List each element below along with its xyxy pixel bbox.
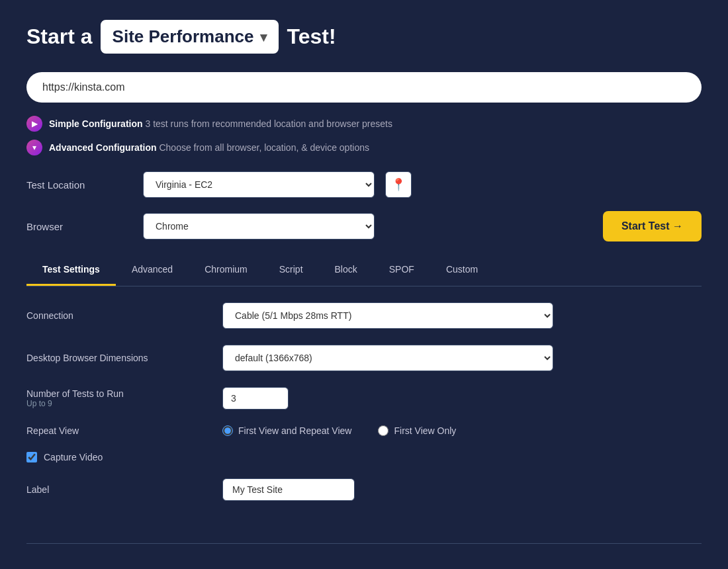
desktop-dimensions-select[interactable]: default (1366x768) 1024x768 1280x1024 19…: [222, 345, 553, 371]
advanced-config-icon: ▾: [26, 140, 42, 155]
repeat-view-radio-group: First View and Repeat View First View On…: [222, 425, 456, 436]
repeat-view-radio-first-only[interactable]: [378, 425, 388, 436]
browser-label: Browser: [26, 221, 132, 232]
simple-config-icon: ▶: [26, 116, 42, 132]
header-prefix: Start a: [26, 24, 93, 49]
advanced-config-option[interactable]: ▾ Advanced Configuration Choose from all…: [26, 140, 702, 155]
number-of-tests-sublabel: Up to 9: [26, 399, 212, 408]
tabs: Test Settings Advanced Chromium Script B…: [26, 255, 702, 286]
capture-video-label[interactable]: Capture Video: [44, 452, 103, 462]
repeat-view-radio-first-and-repeat[interactable]: [222, 425, 233, 436]
repeat-view-first-and-repeat[interactable]: First View and Repeat View: [222, 425, 351, 436]
tab-script[interactable]: Script: [263, 255, 319, 286]
repeat-view-row: Repeat View First View and Repeat View F…: [26, 425, 702, 436]
test-location-label: Test Location: [26, 179, 132, 191]
header-suffix: Test!: [287, 24, 336, 49]
repeat-view-label: Repeat View: [26, 425, 212, 436]
label-input[interactable]: [222, 478, 355, 501]
browser-select[interactable]: Chrome Firefox Safari Edge: [143, 213, 375, 240]
config-options: ▶ Simple Configuration 3 test runs from …: [26, 116, 702, 155]
location-icon-button[interactable]: 📍: [385, 171, 412, 198]
test-location-row: Test Location Virginia - EC2 California …: [26, 171, 702, 198]
url-input[interactable]: [26, 72, 702, 103]
connection-row: Connection Cable (5/1 Mbps 28ms RTT) FIO…: [26, 302, 702, 329]
url-input-wrapper: [26, 72, 702, 103]
number-of-tests-label: Number of Tests to Run Up to 9: [26, 388, 212, 408]
browser-row-inner: Browser Chrome Firefox Safari Edge Start…: [26, 211, 702, 241]
tab-custom[interactable]: Custom: [430, 255, 494, 286]
repeat-view-option-label-2: First View Only: [394, 425, 456, 436]
desktop-dimensions-label: Desktop Browser Dimensions: [26, 353, 212, 363]
chevron-down-icon: ▾: [260, 29, 267, 45]
browser-row-left: Browser Chrome Firefox Safari Edge: [26, 213, 603, 240]
label-label: Label: [26, 484, 212, 495]
tab-test-settings[interactable]: Test Settings: [26, 255, 116, 286]
test-type-dropdown[interactable]: Site Performance ▾: [101, 20, 279, 54]
connection-select[interactable]: Cable (5/1 Mbps 28ms RTT) FIOS (20/5 Mbp…: [222, 302, 553, 329]
tab-block[interactable]: Block: [319, 255, 373, 286]
tab-advanced[interactable]: Advanced: [116, 255, 189, 286]
page-header: Start a Site Performance ▾ Test!: [26, 20, 702, 54]
start-test-button[interactable]: Start Test →: [603, 211, 702, 241]
simple-config-label: Simple Configuration 3 test runs from re…: [49, 118, 392, 129]
capture-video-row: Capture Video: [26, 452, 702, 462]
test-location-select[interactable]: Virginia - EC2 California London Frankfu…: [143, 171, 375, 198]
connection-label: Connection: [26, 310, 212, 321]
desktop-dimensions-row: Desktop Browser Dimensions default (1366…: [26, 345, 702, 371]
simple-config-description: 3 test runs from recommended location an…: [145, 118, 392, 129]
tab-spof[interactable]: SPOF: [373, 255, 430, 286]
location-pin-icon: 📍: [391, 177, 406, 192]
browser-row: Browser Chrome Firefox Safari Edge Start…: [26, 211, 702, 241]
form-section: Connection Cable (5/1 Mbps 28ms RTT) FIO…: [26, 302, 702, 530]
tabs-container: Test Settings Advanced Chromium Script B…: [26, 255, 702, 286]
number-of-tests-input[interactable]: [222, 387, 289, 410]
bottom-divider: [26, 543, 702, 544]
advanced-config-label: Advanced Configuration Choose from all b…: [49, 142, 369, 153]
tab-chromium[interactable]: Chromium: [189, 255, 263, 286]
repeat-view-first-only[interactable]: First View Only: [378, 425, 456, 436]
advanced-config-description: Choose from all browser, location, & dev…: [159, 142, 369, 153]
test-type-label: Site Performance: [113, 26, 254, 47]
repeat-view-option-label-1: First View and Repeat View: [238, 425, 351, 436]
label-row: Label: [26, 478, 702, 501]
number-of-tests-row: Number of Tests to Run Up to 9: [26, 387, 702, 410]
simple-config-option[interactable]: ▶ Simple Configuration 3 test runs from …: [26, 116, 702, 132]
capture-video-checkbox[interactable]: [26, 452, 37, 462]
